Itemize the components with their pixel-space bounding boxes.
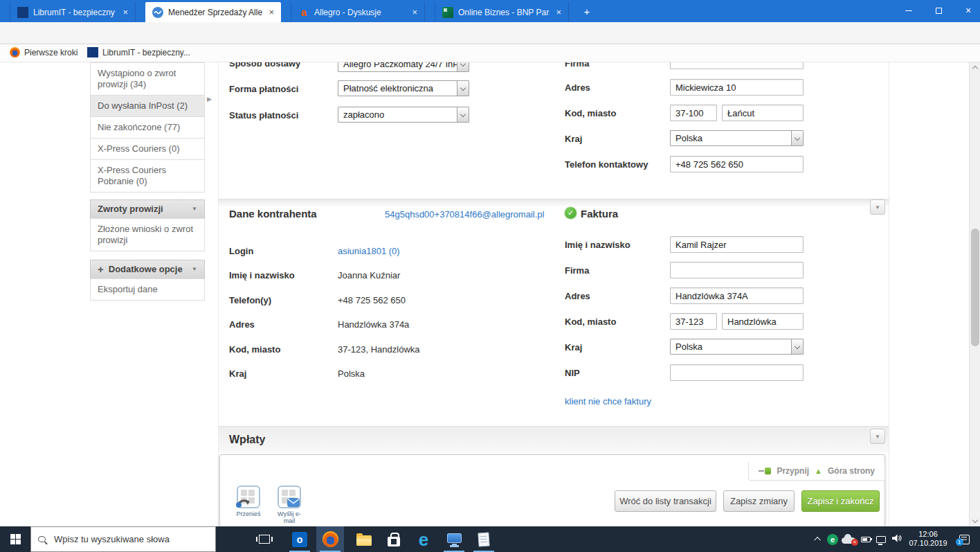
sidebar-group-zwroty-prowizji[interactable]: Zwroty prowizji ▼ (90, 199, 205, 219)
taskbar-remote-desktop-button[interactable] (440, 526, 468, 552)
tab-librumit[interactable]: LibrumIT - bezpieczny dostęp × (10, 2, 136, 22)
taskbar-clock[interactable]: 12:06 07.10.2019 (907, 526, 950, 552)
delivery-select[interactable]: Allegro Paczkomaty 24/7 InPos (338, 62, 469, 72)
collapse-section-button[interactable]: ▼ (870, 199, 885, 215)
login-link[interactable]: asiunia1801 (0) (338, 246, 400, 256)
tray-battery-button[interactable] (859, 526, 873, 552)
task-view-button[interactable] (253, 526, 276, 552)
faktura-adres-input[interactable] (670, 287, 804, 304)
faktura-imie-label: Imię i nazwisko (565, 240, 630, 250)
search-input[interactable] (53, 533, 205, 545)
tray-onedrive-button[interactable]: × (841, 526, 858, 552)
collapse-section-button[interactable]: ▼ (870, 429, 885, 444)
faktura-kod-input[interactable] (670, 313, 717, 330)
tab-close-icon[interactable]: × (410, 7, 419, 17)
taskbar-firefox-button[interactable] (316, 526, 344, 552)
faktura-nip-input[interactable] (670, 364, 804, 381)
shipping-adres-input[interactable] (670, 79, 804, 96)
payment-status-select[interactable]: zapłacono (338, 107, 469, 123)
speaker-icon (892, 534, 902, 544)
shipping-adres-label: Adres (565, 82, 590, 93)
page-scrollbar[interactable] (969, 62, 980, 526)
tray-network-button[interactable] (873, 526, 889, 552)
notepad-icon (478, 532, 489, 546)
tray-e-app-button[interactable]: e (826, 526, 840, 552)
top-of-page-link[interactable]: Góra strony (828, 466, 875, 476)
sidebar-item-nie-zakonczone[interactable]: Nie zakończone (77) (90, 116, 205, 139)
outlook-icon: o (292, 532, 307, 547)
bookmark-librumit[interactable]: LibrumIT - bezpieczny... (87, 47, 190, 57)
shipping-kraj-select[interactable]: Polska (670, 130, 804, 146)
browser-toolbar: ← → ⌂ i https://ms.allegro.pl/transactio… (0, 22, 980, 44)
action-center-button[interactable]: 1 (954, 526, 974, 552)
payment-method-value: Płatność elektroniczna (338, 81, 457, 96)
transaction-form: Sposób dostawy Allegro Paczkomaty 24/7 I… (218, 62, 889, 526)
tab-close-icon[interactable]: × (554, 7, 563, 17)
pin-link[interactable]: Przypnij (777, 466, 809, 476)
tab-allegro-dyskusje[interactable]: a Allegro - Dyskusje × (291, 2, 425, 22)
new-tab-button[interactable]: + (579, 4, 595, 19)
taskbar-search[interactable] (30, 526, 216, 552)
tray-expand-button[interactable] (811, 526, 825, 552)
ms-allegro-favicon-icon (152, 7, 163, 18)
sidebar-item-eksportuj-dane[interactable]: Eksportuj dane (90, 278, 205, 301)
tab-online-biznes[interactable]: Online Biznes - BNP Paribas Ba × (435, 2, 569, 22)
chevron-down-icon (791, 339, 803, 354)
scroll-up-icon[interactable] (972, 66, 978, 71)
delivery-label: Sposób dostawy (229, 62, 300, 69)
sidebar-item-zlozone-wnioski[interactable]: Złożone wnioski o zwrot prowizji (90, 218, 205, 251)
buyer-email-link[interactable]: 54g5qhsd00+370814f66@allegromail.pl (385, 209, 544, 220)
tab-close-icon[interactable]: × (121, 7, 129, 17)
tab-title: Allegro - Dyskusje (314, 8, 406, 17)
tab-menedzer-sprzedazy[interactable]: Menedżer Sprzedaży Allegro.pl × (145, 2, 281, 22)
group-header-label: Zwroty prowizji (98, 204, 163, 215)
payment-method-label: Forma płatności (229, 84, 298, 94)
back-to-list-button[interactable]: Wróć do listy transakcji (615, 490, 716, 512)
save-and-finish-button[interactable]: Zapisz i zakończ (801, 490, 880, 512)
taskbar-outlook-button[interactable]: o (286, 526, 314, 552)
scroll-down-icon[interactable] (972, 517, 978, 523)
send-email-button[interactable]: Wyślij e-mail (274, 486, 305, 524)
faktura-miasto-input[interactable] (722, 313, 804, 330)
move-transaction-button[interactable]: Przenieś (233, 486, 264, 517)
shipping-firma-input[interactable] (670, 62, 804, 69)
save-changes-button[interactable]: Zapisz zmiany (723, 490, 795, 512)
move-icon (237, 486, 260, 508)
window-minimize-button[interactable] (897, 0, 920, 21)
taskbar-explorer-button[interactable] (350, 526, 378, 552)
shipping-miasto-input[interactable] (722, 105, 804, 121)
shipping-kod-input[interactable] (670, 105, 717, 121)
sidebar-group-dodatkowe-opcje[interactable]: + Dodatkowe opcje ▼ (90, 260, 205, 279)
wplaty-section-title: Wpłaty (229, 434, 265, 446)
shipping-telefon-input[interactable] (670, 156, 804, 172)
tray-volume-button[interactable] (889, 526, 905, 552)
taskbar-store-button[interactable] (380, 526, 408, 552)
no-invoice-link[interactable]: klient nie chce faktury (565, 396, 651, 407)
window-close-button[interactable]: × (956, 0, 980, 21)
start-button[interactable] (0, 526, 30, 552)
tab-close-icon[interactable]: × (267, 7, 275, 17)
faktura-kraj-select[interactable]: Polska (670, 339, 804, 355)
scrollbar-thumb[interactable] (971, 229, 979, 346)
window-restore-button[interactable] (927, 0, 950, 21)
adres-label: Adres (229, 319, 255, 330)
taskbar-notepad-button[interactable] (470, 526, 498, 552)
chevron-down-icon (457, 107, 469, 122)
imie-nazwisko-label: Imię i nazwisko (229, 270, 295, 281)
faktura-imie-input[interactable] (670, 236, 804, 253)
kraj-label: Kraj (229, 368, 246, 379)
faktura-firma-input[interactable] (670, 262, 804, 278)
remote-desktop-icon (447, 533, 462, 543)
payment-method-select[interactable]: Płatność elektroniczna (338, 80, 469, 96)
bookmark-pierwsze-kroki[interactable]: Pierwsze kroki (10, 47, 78, 57)
clock-time: 12:06 (907, 530, 950, 539)
clock-date: 07.10.2019 (907, 539, 950, 548)
sidebar-item-wystapiono-o-zwrot[interactable]: Wystąpiono o zwrot prowizji (34) (90, 62, 205, 96)
sidebar-item-do-wyslania-inpost[interactable]: Do wysłania InPost (2) (90, 95, 205, 117)
kod-miasto-value: 37-123, Handzlówka (338, 344, 420, 355)
sidebar-item-xpress-couriers-pobranie[interactable]: X-Press Couriers Pobranie (0) (90, 159, 205, 193)
taskbar-edge-button[interactable]: e (410, 526, 437, 552)
invoice-check-icon: ✓ (565, 207, 577, 219)
tab-title: Online Biznes - BNP Paribas Ba (458, 8, 550, 17)
sidebar-item-xpress-couriers[interactable]: X-Press Couriers (0) (90, 138, 205, 160)
